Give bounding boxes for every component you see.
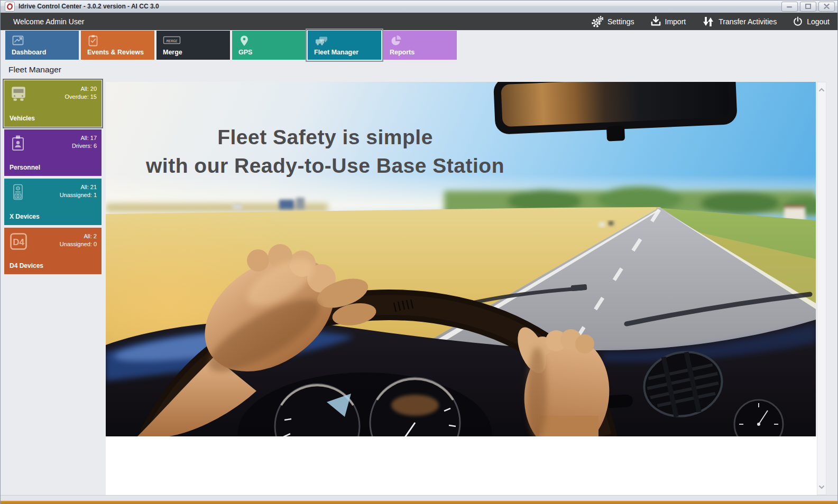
x-device-icon: [9, 183, 27, 204]
tab-merge[interactable]: MERGE Merge: [156, 31, 230, 60]
line-chart-icon: [12, 34, 24, 49]
tab-dashboard[interactable]: Dashboard: [5, 31, 79, 60]
status-bar: [0, 495, 838, 501]
chevron-down-icon: [818, 485, 825, 489]
chevron-up-icon: [818, 88, 825, 92]
card-name: D4 Devices: [10, 262, 43, 269]
banner-headline-line2: with our Ready-to-Use Base Station: [124, 152, 526, 180]
banner-headline: Fleet Safety is simple with our Ready-to…: [124, 123, 526, 180]
banner-headline-line1: Fleet Safety is simple: [124, 123, 526, 152]
settings-button[interactable]: Settings: [591, 16, 634, 27]
stat-all: All: 21: [60, 183, 97, 191]
tab-label: Events & Reviews: [87, 49, 144, 56]
top-toolbar: Welcome Admin User Settings Import Trans…: [0, 13, 838, 30]
title-bar: Idrive Control Center - 3.0.2 version - …: [0, 0, 838, 13]
tab-label: Reports: [390, 49, 415, 56]
merge-badge-icon: MERGE: [163, 34, 181, 48]
card-name: Personnel: [10, 164, 40, 171]
scroll-up-button[interactable]: [817, 83, 826, 96]
svg-text:D4: D4: [13, 237, 24, 247]
tab-label: Dashboard: [12, 49, 46, 56]
page-title: Fleet Manager: [8, 65, 61, 74]
card-stats: All: 2 Unassigned: 0: [60, 232, 97, 248]
stat-all: All: 20: [65, 85, 97, 93]
card-personnel[interactable]: All: 17 Drivers: 6 Personnel: [4, 129, 102, 176]
content-scroll-area: [106, 436, 817, 495]
transfer-arrows-icon: [702, 16, 715, 27]
fleet-sidebar: All: 20 Overdue: 15 Vehicles All: 17 Dri…: [4, 80, 102, 274]
import-button[interactable]: Import: [650, 16, 686, 27]
logout-label: Logout: [807, 17, 830, 26]
card-vehicles[interactable]: All: 20 Overdue: 15 Vehicles: [4, 80, 102, 127]
promo-banner-image: Fleet Safety is simple with our Ready-to…: [106, 82, 816, 436]
pie-chart-icon: [390, 34, 402, 49]
card-stats: All: 20 Overdue: 15: [65, 85, 97, 101]
tab-label: Merge: [163, 49, 182, 56]
stat-all: All: 2: [60, 232, 97, 240]
close-icon: [824, 4, 830, 9]
tab-label: GPS: [238, 49, 252, 56]
window-title: Idrive Control Center - 3.0.2 version - …: [19, 3, 159, 10]
id-badge-icon: [9, 134, 27, 155]
card-name: X Devices: [10, 213, 40, 220]
gears-icon: [591, 16, 604, 27]
welcome-text: Welcome Admin User: [13, 17, 84, 26]
tab-events-reviews[interactable]: Events & Reviews: [81, 31, 154, 60]
minimize-button[interactable]: [781, 2, 798, 12]
close-button[interactable]: [818, 2, 835, 12]
transfer-activities-button[interactable]: Transfer Activities: [702, 16, 777, 27]
card-stats: All: 17 Drivers: 6: [72, 134, 97, 150]
card-d4-devices[interactable]: D4 All: 2 Unassigned: 0 D4 Devices: [4, 228, 102, 274]
power-icon: [793, 16, 803, 27]
settings-label: Settings: [607, 17, 634, 26]
stat-drivers: Drivers: 6: [72, 142, 97, 150]
import-icon: [650, 16, 661, 27]
d4-box-icon: D4: [9, 232, 28, 253]
card-x-devices[interactable]: All: 21 Unassigned: 1 X Devices: [4, 179, 102, 225]
maximize-button[interactable]: [800, 2, 816, 12]
svg-text:MERGE: MERGE: [165, 39, 178, 43]
clipboard-check-icon: [87, 34, 99, 49]
fleet-vehicles-icon: [314, 34, 330, 49]
module-tab-strip: Dashboard Events & Reviews MERGE Merge G…: [5, 31, 457, 60]
card-name: Vehicles: [10, 115, 35, 122]
window-bottom-edge: [0, 501, 838, 504]
app-icon: [5, 2, 15, 12]
stat-unassigned: Unassigned: 1: [60, 191, 97, 199]
maximize-icon: [805, 4, 811, 9]
bus-icon: [9, 85, 28, 106]
transfer-activities-label: Transfer Activities: [719, 17, 777, 26]
tab-label: Fleet Manager: [314, 49, 358, 56]
stat-unassigned: Unassigned: 0: [60, 240, 97, 248]
import-label: Import: [665, 17, 686, 26]
tab-reports[interactable]: Reports: [383, 31, 457, 60]
stat-overdue: Overdue: 15: [65, 93, 97, 101]
scroll-down-button[interactable]: [817, 481, 826, 493]
stat-all: All: 17: [72, 134, 97, 142]
card-stats: All: 21 Unassigned: 1: [60, 183, 97, 199]
vertical-scrollbar[interactable]: [817, 82, 826, 495]
minimize-icon: [787, 4, 793, 9]
logout-button[interactable]: Logout: [793, 16, 830, 27]
tab-gps[interactable]: GPS: [232, 31, 306, 60]
map-pin-icon: [238, 34, 250, 49]
tab-fleet-manager[interactable]: Fleet Manager: [308, 31, 381, 60]
red-o-logo-icon: [6, 3, 13, 10]
